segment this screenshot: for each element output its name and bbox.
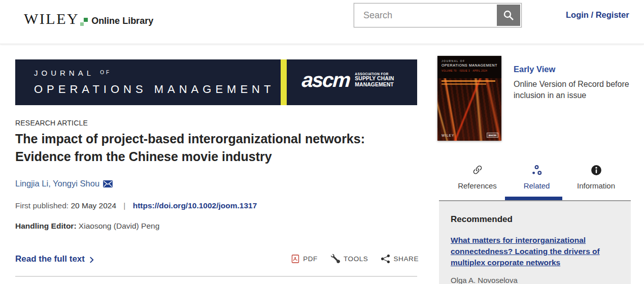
cover-title-bar: [442, 83, 486, 85]
login-register-link[interactable]: Login / Register: [566, 10, 629, 20]
recommended-article-authors: Olga A. Novoselova: [451, 276, 631, 284]
cover-issue-line: VOLUME 70 · ISSUE 3 · APRIL 2024: [442, 70, 487, 72]
tab-references[interactable]: References: [448, 164, 507, 190]
cover-wiley-label: WILEY: [442, 134, 454, 137]
first-published-label: First published:: [15, 201, 69, 210]
pdf-icon: [291, 255, 299, 263]
ascm-tagline: ASSOCIATION FOR SUPPLY CHAIN MANAGEMENT: [355, 72, 394, 87]
ascm-wordmark: ascm: [301, 71, 351, 89]
author-links[interactable]: Lingjia Li, Yongyi Shou: [15, 179, 99, 188]
share-icon: [381, 255, 390, 263]
cover-journal-of: JOURNAL OF: [442, 59, 465, 62]
early-view-link[interactable]: Early View: [514, 65, 634, 74]
wiley-wordmark: WILEY: [24, 11, 79, 26]
chain-link-icon: [471, 164, 484, 177]
early-view-description: Online Version of Record before inclusio…: [514, 79, 634, 101]
cover-artwork: [437, 78, 501, 141]
tab-related[interactable]: Related: [507, 164, 566, 190]
search-input[interactable]: [354, 4, 496, 27]
sidebar-tabs: References Related Information: [448, 164, 626, 190]
publication-info-row: First published: 20 May 2024 | https://d…: [15, 201, 257, 210]
article-actions: PDF TOOLS SHARE: [291, 254, 419, 263]
content-divider: [15, 276, 417, 277]
chevron-right-icon: [89, 257, 94, 263]
active-tab-indicator: [505, 197, 562, 200]
share-button[interactable]: SHARE: [381, 255, 419, 263]
authors-row: Lingjia Li, Yongyi Shou: [15, 179, 113, 188]
tab-information[interactable]: Information: [566, 164, 626, 190]
ascm-logo: ascm ASSOCIATION FOR SUPPLY CHAIN MANAGE…: [302, 71, 394, 89]
article-title: The impact of project-based interorganiz…: [15, 130, 422, 165]
cover-journal-name: OPERATIONS MANAGEMENT: [442, 64, 497, 67]
wiley-logo-icon: [80, 17, 88, 26]
banner-yellow-stripe: [281, 59, 287, 105]
early-view-block: Early View Online Version of Record befo…: [514, 65, 634, 101]
site-header: WILEY Online Library Login / Register: [0, 0, 644, 44]
article-category: RESEARCH ARTICLE: [15, 119, 88, 127]
separator: |: [123, 201, 125, 210]
tools-button[interactable]: TOOLS: [331, 254, 368, 263]
wrench-icon: [331, 254, 340, 263]
email-corresponding-author-icon[interactable]: [103, 180, 113, 187]
wiley-online-library-logo[interactable]: WILEY Online Library: [24, 11, 153, 26]
first-published-date: 20 May 2024: [71, 201, 116, 210]
doi-link[interactable]: https://doi.org/10.1002/joom.1317: [133, 201, 257, 210]
online-library-label: Online Library: [91, 16, 153, 26]
search-icon: [502, 9, 515, 21]
search-button[interactable]: [497, 5, 520, 26]
journal-name-top: JOURNAL OF: [34, 69, 111, 77]
related-circles-icon: [531, 164, 543, 177]
cover-ascm-logo: ascm: [487, 133, 498, 138]
cover-title-bar: [442, 80, 495, 82]
journal-cover-thumbnail[interactable]: JOURNAL OF OPERATIONS MANAGEMENT VOLUME …: [437, 56, 501, 141]
handling-editor-row: Handling Editor: Xiaosong (David) Peng: [15, 222, 159, 231]
handling-editor-name: Xiaosong (David) Peng: [79, 222, 159, 230]
pdf-button[interactable]: PDF: [291, 255, 318, 263]
info-icon: [591, 164, 602, 177]
recommended-article-link[interactable]: What matters for interorganizational con…: [451, 235, 619, 268]
search-box: [354, 3, 522, 27]
journal-banner[interactable]: JOURNAL OF OPERATIONS MANAGEMENT ascm AS…: [15, 59, 417, 105]
read-full-text-link[interactable]: Read the full text: [15, 254, 94, 264]
handling-editor-label: Handling Editor:: [15, 222, 77, 230]
related-panel: Recommended What matters for interorgani…: [439, 201, 631, 284]
journal-name-bottom: OPERATIONS MANAGEMENT: [34, 83, 275, 96]
recommended-heading: Recommended: [451, 214, 631, 225]
